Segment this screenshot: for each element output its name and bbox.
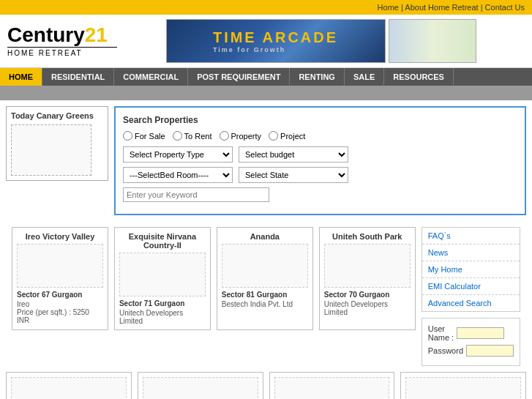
property-card-extra-2 — [269, 372, 395, 399]
property-location-0: Sector 67 Gurgaon — [17, 291, 103, 299]
budget-select[interactable]: Select budget — [239, 146, 348, 163]
logo-area: Century21 HOME RETREAT — [7, 25, 117, 57]
property-location-1: Sector 71 Gurgaon — [119, 299, 206, 307]
state-select[interactable]: Select State — [239, 167, 348, 183]
properties-bottom: Ireo Victory Valley Sector 67 Gurgaon Ir… — [12, 227, 416, 366]
banner-image: TIME ARCADE Time for Growth — [166, 19, 386, 63]
property-type-select[interactable]: Select Property Type — [123, 146, 233, 163]
contact-link[interactable]: Contact Us — [485, 3, 525, 12]
property-thumb-1 — [119, 253, 206, 297]
login-user-row: UserName : — [428, 324, 514, 342]
property-card-3: Uniteh South Park Sector 70 Gurgaon Unit… — [319, 227, 416, 330]
properties-grid: Ireo Victory Valley Sector 67 Gurgaon Ir… — [12, 227, 416, 330]
properties-section: Ireo Victory Valley Sector 67 Gurgaon Ir… — [0, 221, 532, 399]
login-widget: UserName : Password — [422, 318, 520, 366]
user-label: UserName : — [428, 324, 454, 342]
radio-for-sale[interactable]: For Sale — [123, 131, 165, 141]
top-nav-links[interactable]: Home | About Home Retreat | Contact Us — [378, 3, 525, 12]
property-name-3: Uniteh South Park — [324, 232, 411, 241]
property-developer-2: Bestech India Pvt. Ltd — [222, 300, 308, 308]
property-card-1: Exquisite Nirvana Country-II Sector 71 G… — [114, 227, 211, 330]
about-link[interactable]: About Home Retreat — [405, 3, 478, 12]
search-row-3 — [123, 187, 517, 202]
top-bar: Home | About Home Retreat | Contact Us — [0, 0, 532, 15]
radio-property[interactable]: Property — [220, 131, 262, 141]
property-developer-1: Unitech Developers Limited — [119, 309, 206, 325]
username-input[interactable] — [457, 327, 504, 339]
property-name-0: Ireo Victory Valley — [17, 232, 103, 241]
banner-time: TIME ARCADE Time for Growth — [213, 29, 338, 53]
password-label: Password — [428, 346, 463, 355]
property-thumb-extra-3 — [405, 377, 521, 399]
news-link[interactable]: News — [422, 245, 520, 261]
search-panel-title: Search Properties — [123, 115, 517, 125]
nav-resources[interactable]: RESOURCES — [384, 68, 454, 86]
keyword-input[interactable] — [123, 187, 269, 202]
properties-grid-2 — [6, 372, 526, 399]
faq-link[interactable]: FAQ`s — [422, 228, 520, 245]
property-card-extra-3 — [400, 372, 526, 399]
today-canary-greens-box: Today Canary Greens — [6, 106, 108, 181]
property-card-extra-1 — [138, 372, 263, 399]
advanced-search-link[interactable]: Advanced Search — [422, 295, 520, 311]
banner-area: TIME ARCADE Time for Growth — [117, 19, 525, 63]
search-radio-row: For Sale To Rent Property Project — [123, 131, 517, 141]
login-password-row: Password — [428, 345, 514, 357]
emi-calculator-link[interactable]: EMI Calculator — [422, 278, 520, 295]
property-developer-0: Ireo — [17, 300, 103, 308]
nav-renting[interactable]: RENTING — [290, 68, 345, 86]
property-card-extra-0 — [6, 372, 132, 399]
radio-project-input[interactable] — [269, 131, 278, 141]
password-input[interactable] — [466, 345, 514, 357]
nav-sale[interactable]: SALE — [345, 68, 384, 86]
property-location-3: Sector 70 Gurgaon — [324, 291, 411, 299]
home-link[interactable]: Home — [378, 3, 399, 12]
property-thumb-3 — [324, 244, 411, 288]
nav-residential[interactable]: RESIDENTIAL — [42, 68, 114, 86]
my-home-link[interactable]: My Home — [422, 261, 520, 278]
gray-bar — [0, 86, 532, 100]
property-card-0: Ireo Victory Valley Sector 67 Gurgaon Ir… — [12, 227, 108, 330]
left-sidebar: Today Canary Greens — [6, 106, 108, 215]
property-name-1: Exquisite Nirvana Country-II — [119, 232, 206, 250]
property-developer-3: Unitech Developers Limited — [324, 300, 411, 316]
right-widgets: FAQ`s News My Home EMI Calculator Advanc… — [422, 227, 520, 366]
search-row-1: Select Property Type Select budget — [123, 146, 517, 163]
radio-property-input[interactable] — [220, 131, 229, 141]
banner-title: TIME ARCADE — [213, 29, 338, 46]
logo-subtitle: HOME RETREAT — [7, 47, 117, 57]
property-name-2: Ananda — [222, 232, 308, 241]
bed-room-select[interactable]: ---SelectBed Room---- — [123, 167, 233, 183]
main-content: Today Canary Greens Search Properties Fo… — [0, 100, 532, 221]
radio-to-rent-input[interactable] — [173, 131, 182, 141]
search-panel: Search Properties For Sale To Rent Prope… — [114, 106, 526, 215]
property-thumb-extra-0 — [11, 377, 127, 399]
banner-side-image — [389, 19, 476, 63]
banner-tagline: Time for Growth — [213, 46, 338, 53]
logo: Century21 — [7, 25, 117, 45]
property-thumb-2 — [222, 244, 308, 288]
widget-links: FAQ`s News My Home EMI Calculator Advanc… — [422, 227, 520, 312]
property-price-0: Price (per sqft.) : 5250 INR — [17, 308, 103, 324]
bottom-row: Ireo Victory Valley Sector 67 Gurgaon Ir… — [6, 227, 526, 372]
property-location-2: Sector 81 Gurgaon — [222, 291, 308, 299]
property-thumb-extra-1 — [143, 377, 258, 399]
radio-for-sale-input[interactable] — [123, 131, 132, 141]
nav-post-requirement[interactable]: POST REQUIREMENT — [188, 68, 290, 86]
property-card-2: Ananda Sector 81 Gurgaon Bestech India P… — [217, 227, 313, 330]
search-row-2: ---SelectBed Room---- Select State — [123, 167, 517, 183]
property-thumb-extra-2 — [274, 377, 390, 399]
main-nav: HOME RESIDENTIAL COMMERCIAL POST REQUIRE… — [0, 68, 532, 86]
sidebar-title: Today Canary Greens — [11, 111, 103, 120]
property-thumb-0 — [17, 244, 103, 288]
nav-commercial[interactable]: COMMERCIAL — [114, 68, 188, 86]
logo-21: 21 — [85, 23, 108, 46]
logo-brand: Century — [7, 23, 85, 46]
radio-to-rent[interactable]: To Rent — [173, 131, 212, 141]
radio-project[interactable]: Project — [269, 131, 305, 141]
nav-home[interactable]: HOME — [0, 68, 42, 86]
header: Century21 HOME RETREAT TIME ARCADE Time … — [0, 15, 532, 68]
sidebar-property-image — [11, 124, 91, 176]
